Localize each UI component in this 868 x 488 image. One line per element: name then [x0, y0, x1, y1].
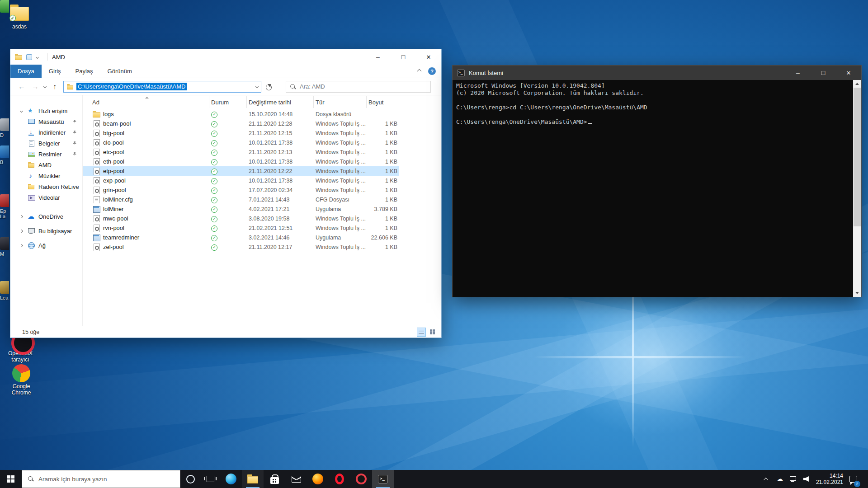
desktop-icon-partial[interactable]: M	[0, 237, 9, 257]
taskbar-app-button[interactable]	[220, 470, 242, 488]
file-date: 21.11.2020 12:13	[247, 149, 314, 155]
file-row[interactable]: etp-pool 21.11.2020 12:22 Windows Toplu …	[83, 166, 399, 176]
address-bar[interactable]: C:\Users\renga\OneDrive\Masaüstü\AMD	[63, 81, 261, 93]
sidebar-item[interactable]: Masaüstü	[10, 116, 82, 127]
desktop-icon-partial[interactable]: Lea	[0, 281, 9, 300]
explorer-titlebar[interactable]: AMD	[10, 49, 441, 65]
taskbar-app-button[interactable]	[285, 470, 307, 488]
action-center-button[interactable]: 2	[849, 470, 857, 488]
taskbar-app-button[interactable]	[242, 470, 264, 488]
column-header-size[interactable]: Boyut	[367, 96, 399, 108]
network-tray-icon[interactable]	[789, 470, 797, 488]
cmd-titlebar[interactable]: Komut İstemi	[453, 66, 861, 80]
taskbar-apps	[220, 470, 394, 488]
file-row[interactable]: teamredminer 3.02.2021 14:46 Uygulama 22…	[83, 233, 399, 242]
sidebar-item[interactable]: Müzikler	[10, 170, 82, 181]
collapse-chevron-icon[interactable]	[20, 244, 23, 247]
collapse-ribbon-icon[interactable]	[417, 69, 422, 74]
sidebar-item[interactable]: Resimler	[10, 149, 82, 160]
minimize-button[interactable]	[365, 49, 391, 65]
explorer-search-box[interactable]: Ara: AMD	[286, 81, 431, 93]
sidebar-root-item[interactable]: Ağ	[10, 240, 82, 251]
file-row[interactable]: rvn-pool 21.02.2021 12:51 Windows Toplu …	[83, 223, 399, 233]
sidebar-item[interactable]: Belgeler	[10, 138, 82, 149]
file-row[interactable]: logs 15.10.2020 14:48 Dosya klasörü	[83, 109, 399, 119]
file-row[interactable]: mwc-pool 3.08.2020 19:58 Windows Toplu İ…	[83, 214, 399, 223]
collapse-chevron-icon[interactable]	[20, 229, 23, 232]
view-toggles	[417, 328, 437, 337]
column-header-name[interactable]: Ad	[83, 96, 209, 108]
chevron-down-icon[interactable]	[36, 55, 39, 58]
desktop-icon-partial[interactable]: D	[0, 118, 9, 138]
file-row[interactable]: lolMiner.cfg 7.01.2021 14:43 CFG Dosyası…	[83, 195, 399, 204]
sidebar-item-icon	[28, 118, 35, 125]
taskbar-app-button[interactable]	[329, 470, 350, 488]
sidebar-item[interactable]: İndirilenler	[10, 127, 82, 138]
taskbar-app-button[interactable]	[350, 470, 372, 488]
scroll-down-icon[interactable]	[853, 289, 861, 297]
ribbon-tab[interactable]: Dosya	[10, 65, 42, 78]
ribbon-tab[interactable]: Paylaş	[68, 65, 100, 78]
file-row[interactable]: lolMiner 4.02.2021 17:21 Uygulama 3.789 …	[83, 204, 399, 214]
sidebar-root-item[interactable]: Bu bilgisayar	[10, 225, 82, 236]
desktop-icon[interactable]: ✓ Google Chrome	[4, 364, 39, 396]
onedrive-tray-icon[interactable]	[776, 470, 784, 488]
help-icon[interactable]: ?	[428, 67, 436, 75]
desktop-icon-partial[interactable]: Ep La	[0, 194, 9, 219]
forward-button[interactable]: →	[30, 83, 40, 91]
ribbon-tab[interactable]: Giriş	[42, 65, 68, 78]
console-scrollbar[interactable]	[853, 80, 861, 297]
file-row[interactable]: clo-pool 10.01.2021 17:38 Windows Toplu …	[83, 138, 399, 147]
sidebar-item[interactable]: Videolar	[10, 192, 82, 203]
sync-status-icon	[211, 235, 217, 241]
desktop-icon[interactable]: ✓ asdas	[2, 5, 37, 30]
address-dropdown-icon[interactable]	[255, 85, 259, 88]
file-type: Windows Toplu İş ...	[314, 244, 367, 250]
details-view-button[interactable]	[417, 328, 426, 337]
maximize-button[interactable]	[391, 49, 416, 65]
back-button[interactable]: ←	[17, 83, 27, 91]
column-header-type[interactable]: Tür	[314, 96, 367, 108]
tray-expand-button[interactable]	[763, 470, 771, 488]
start-button[interactable]	[0, 470, 22, 488]
column-header-status[interactable]: Durum	[209, 96, 247, 108]
volume-tray-icon[interactable]	[802, 470, 810, 488]
scrollbar-thumb[interactable]	[854, 88, 861, 226]
file-row[interactable]: grin-pool 17.07.2020 02:34 Windows Toplu…	[83, 185, 399, 195]
sidebar-item-label: AMD	[38, 162, 52, 169]
close-button[interactable]	[836, 66, 861, 80]
file-row[interactable]: eth-pool 10.01.2021 17:38 Windows Toplu …	[83, 157, 399, 166]
taskbar-app-button[interactable]	[307, 470, 329, 488]
maximize-button[interactable]	[811, 66, 836, 80]
scroll-up-icon[interactable]	[853, 80, 861, 88]
file-row[interactable]: beam-pool 21.11.2020 12:28 Windows Toplu…	[83, 119, 399, 128]
task-view-button[interactable]	[200, 470, 220, 488]
console-output[interactable]: Microsoft Windows [Version 10.0.19042.80…	[453, 80, 853, 297]
minimize-button[interactable]	[785, 66, 811, 80]
taskbar-app-button[interactable]	[264, 470, 285, 488]
file-row[interactable]: exp-pool 10.01.2021 17:38 Windows Toplu …	[83, 176, 399, 185]
ribbon-tab[interactable]: Görünüm	[100, 65, 139, 78]
up-button[interactable]: ↑	[50, 83, 60, 91]
sidebar-item-quick-access[interactable]: Hızlı erişim	[10, 105, 82, 116]
close-button[interactable]	[416, 49, 441, 65]
expand-chevron-icon[interactable]	[20, 109, 23, 112]
taskbar-search[interactable]: Aramak için buraya yazın	[22, 470, 180, 488]
sync-status-icon	[211, 131, 217, 137]
file-row[interactable]: zel-pool 21.11.2020 12:17 Windows Toplu …	[83, 242, 399, 252]
file-row[interactable]: etc-pool 21.11.2020 12:13 Windows Toplu …	[83, 147, 399, 157]
sidebar-item[interactable]: AMD	[10, 160, 82, 170]
refresh-icon[interactable]	[265, 83, 272, 90]
sidebar-item[interactable]: Radeon ReLive	[10, 181, 82, 192]
history-dropdown-icon[interactable]	[43, 85, 47, 88]
sidebar-root-item[interactable]: OneDrive	[10, 211, 82, 222]
file-row[interactable]: btg-pool 21.11.2020 12:15 Windows Toplu …	[83, 128, 399, 138]
system-clock[interactable]: 14:14 21.02.2021	[815, 473, 844, 485]
column-header-date[interactable]: Değiştirme tarihi	[247, 96, 314, 108]
taskbar-app-button[interactable]	[372, 470, 394, 488]
properties-icon[interactable]	[26, 54, 32, 60]
collapse-chevron-icon[interactable]	[20, 215, 23, 218]
cortana-button[interactable]	[180, 470, 200, 488]
thumbnails-view-button[interactable]	[428, 328, 437, 337]
desktop-icon-partial[interactable]: B	[0, 145, 9, 165]
